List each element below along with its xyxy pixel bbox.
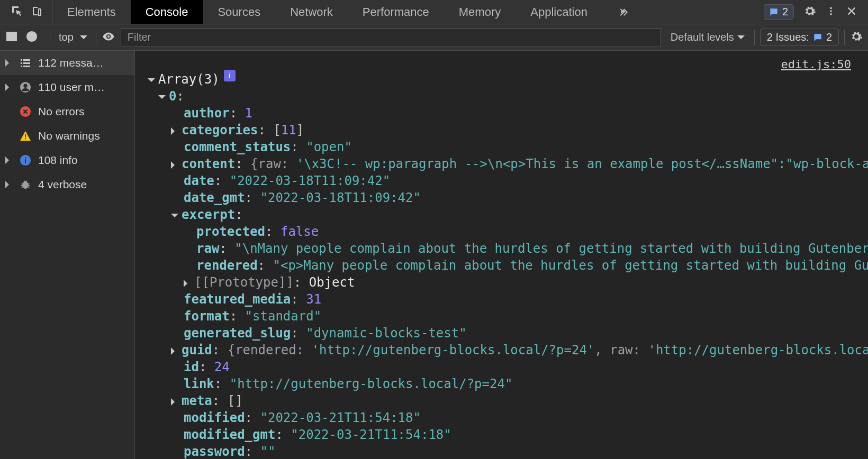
svg-rect-20 <box>25 158 26 159</box>
log-line[interactable]: [[Prototype]]: Object <box>148 274 868 291</box>
sidebar-label: 112 messa… <box>38 57 104 69</box>
log-line[interactable]: link: "http://gutenberg-blocks.local/?p=… <box>148 375 868 392</box>
log-line[interactable]: generated_slug: "dynamic-blocks-test" <box>148 325 868 342</box>
log-line[interactable]: author: 1 <box>148 105 868 122</box>
preview: , raw: <box>594 342 648 359</box>
device-toolbar-icon[interactable] <box>31 5 43 19</box>
value: "open" <box>306 139 352 155</box>
preview: {raw: <box>250 155 296 172</box>
source-link[interactable]: edit.js:50 <box>781 56 851 73</box>
log-line[interactable]: modified: "2022-03-21T11:54:18" <box>148 409 868 426</box>
sidebar-item-info[interactable]: 108 info <box>0 148 134 172</box>
svg-point-1 <box>830 10 832 12</box>
log-line[interactable]: excerpt: <box>148 206 868 223</box>
issues-pill[interactable]: 2 Issues: 2 <box>760 29 839 46</box>
log-line[interactable]: content: {raw: '\x3C!-- wp:paragraph -->… <box>148 155 868 172</box>
key: protected <box>196 223 265 240</box>
levels-select[interactable]: Default levels <box>666 31 749 43</box>
info-badge-icon[interactable]: i <box>224 70 236 81</box>
log-line[interactable]: date_gmt: "2022-03-18T11:09:42" <box>148 189 868 206</box>
log-line[interactable]: date: "2022-03-18T11:09:42" <box>148 172 868 189</box>
context-select[interactable]: top <box>56 31 91 43</box>
key: modified <box>184 409 245 426</box>
log-body: Array(3) i 0: author: 1 categories: [11]… <box>135 51 868 459</box>
log-line[interactable]: guid: {rendered: 'http://gutenberg-block… <box>148 342 868 359</box>
live-expression-icon[interactable] <box>102 30 115 45</box>
key: guid <box>182 342 212 359</box>
log-line[interactable]: id: 24 <box>148 359 868 375</box>
caret-right-icon <box>171 127 178 135</box>
log-line[interactable]: Array(3) i <box>148 71 868 88</box>
log-line[interactable]: password: "" <box>148 443 868 459</box>
tab-sources[interactable]: Sources <box>203 0 275 24</box>
tab-console[interactable]: Console <box>131 0 203 24</box>
filter-input[interactable] <box>121 28 661 47</box>
separator <box>754 30 755 45</box>
value: Object <box>309 274 355 291</box>
tab-network[interactable]: Network <box>275 0 348 24</box>
kebab-icon[interactable] <box>826 5 836 19</box>
log-line[interactable]: comment_status: "open" <box>148 139 868 155</box>
svg-rect-7 <box>21 59 22 61</box>
log-line[interactable]: featured_media: 31 <box>148 291 868 308</box>
separator <box>50 30 50 45</box>
key: excerpt <box>182 206 235 223</box>
warning-icon <box>19 130 32 142</box>
log-line[interactable]: raw: "\nMany people complain about the h… <box>148 240 868 257</box>
value: "dynamic-blocks-test" <box>306 325 466 342</box>
key: date <box>184 172 214 189</box>
log-line[interactable]: modified_gmt: "2022-03-21T11:54:18" <box>148 426 868 443</box>
caret-right-icon <box>184 280 191 287</box>
key: date_gmt <box>184 189 245 206</box>
svg-line-29 <box>26 181 27 182</box>
tabs: Elements Console Sources Network Perform… <box>52 0 644 24</box>
tabbar-left-group: Elements Console Sources Network Perform… <box>0 0 648 24</box>
sidebar-label: No warnings <box>38 130 100 142</box>
gear-icon[interactable] <box>803 5 816 19</box>
log-line[interactable]: meta: [] <box>148 392 868 409</box>
sidebar-item-messages[interactable]: 112 messa… <box>0 51 134 75</box>
value: 'http://gutenberg-blocks.local/? <box>648 342 868 359</box>
inspect-icon[interactable] <box>11 5 23 19</box>
issues-label: 2 Issues: <box>767 31 809 43</box>
key: format <box>184 308 230 325</box>
key: [[Prototype]] <box>194 274 294 291</box>
expand-icon <box>5 59 13 67</box>
array-label: Array(3) <box>158 71 220 88</box>
log-line[interactable]: categories: [11] <box>148 122 868 139</box>
clear-console-icon[interactable] <box>25 30 38 44</box>
sidebar-item-verbose[interactable]: 4 verbose <box>0 172 134 197</box>
value: "<p>Many people complain about the hurdl… <box>273 257 869 274</box>
svg-rect-10 <box>23 62 30 64</box>
sidebar-item-warnings[interactable]: No warnings <box>0 124 134 148</box>
main: 112 messa… 110 user m… No errors No warn… <box>0 51 868 459</box>
close-icon[interactable] <box>846 5 857 19</box>
key: link <box>184 375 214 392</box>
tab-application[interactable]: Application <box>516 0 602 24</box>
key: comment_status <box>184 139 291 155</box>
value: "2022-03-21T11:54:18" <box>260 409 421 426</box>
tab-more[interactable] <box>602 0 644 24</box>
log-line[interactable]: protected: false <box>148 223 868 240</box>
log-line[interactable]: format: "standard" <box>148 308 868 325</box>
sidebar-item-user-messages[interactable]: 110 user m… <box>0 75 134 99</box>
tab-performance[interactable]: Performance <box>348 0 444 24</box>
log-line[interactable]: rendered: "<p>Many people complain about… <box>148 257 868 274</box>
tab-elements[interactable]: Elements <box>52 0 131 24</box>
svg-rect-8 <box>23 59 30 61</box>
console-sidebar: 112 messa… 110 user m… No errors No warn… <box>0 51 135 459</box>
key: content <box>182 155 235 172</box>
value: "2022-03-18T11:09:42" <box>260 189 421 206</box>
value: 'http://gutenberg-blocks.local/?p=24' <box>312 342 595 359</box>
tab-memory[interactable]: Memory <box>444 0 516 24</box>
separator <box>96 30 96 45</box>
sidebar-toggle-icon[interactable] <box>5 30 18 44</box>
value: "\nMany people complain about the hurdle… <box>234 240 868 257</box>
value: "2022-03-18T11:09:42" <box>230 172 390 189</box>
info-icon <box>19 154 32 167</box>
console-gear-icon[interactable] <box>850 30 863 44</box>
separator <box>844 30 845 45</box>
log-line[interactable]: 0: <box>148 88 868 105</box>
chat-badge[interactable]: 2 <box>764 4 794 20</box>
sidebar-item-errors[interactable]: No errors <box>0 99 134 124</box>
